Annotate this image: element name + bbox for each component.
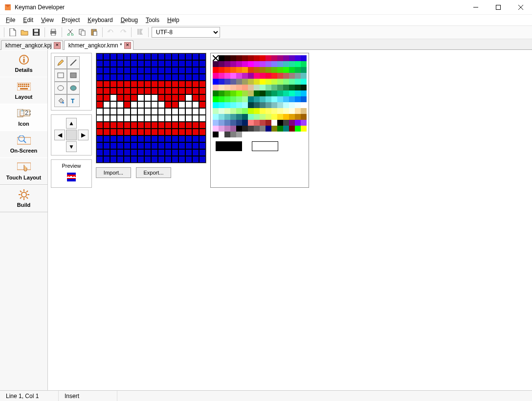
pixel[interactable] (103, 122, 110, 129)
palette-color[interactable] (242, 120, 248, 126)
menu-project[interactable]: Project (59, 16, 83, 24)
pixel[interactable] (137, 122, 144, 129)
palette-color[interactable] (295, 120, 301, 126)
palette-color[interactable] (260, 67, 266, 73)
pixel[interactable] (103, 88, 110, 94)
pixel[interactable] (165, 101, 172, 108)
palette-color[interactable] (230, 67, 236, 73)
palette-color[interactable] (254, 85, 260, 90)
palette-color[interactable] (277, 114, 283, 120)
pixel[interactable] (165, 149, 172, 156)
palette-color[interactable] (301, 73, 307, 79)
pixel[interactable] (178, 81, 185, 88)
palette-color[interactable] (248, 126, 254, 132)
palette-color[interactable] (301, 85, 307, 90)
palette-color[interactable] (289, 102, 295, 108)
palette-color[interactable] (295, 108, 301, 114)
ellipse-tool[interactable] (54, 82, 67, 94)
palette-color[interactable] (266, 96, 271, 102)
pixel[interactable] (110, 129, 117, 135)
pixel[interactable] (199, 142, 206, 149)
copy-button[interactable] (77, 27, 88, 38)
palette-color[interactable] (213, 108, 219, 114)
pixel[interactable] (117, 81, 124, 88)
palette-color[interactable] (254, 108, 260, 114)
pixel[interactable] (96, 88, 103, 94)
pixel[interactable] (144, 108, 151, 115)
palette-color[interactable] (236, 67, 242, 73)
pixel[interactable] (158, 122, 165, 129)
pixel[interactable] (158, 129, 165, 135)
pixel[interactable] (151, 60, 158, 67)
palette-color[interactable] (224, 120, 230, 126)
palette-color[interactable] (283, 90, 289, 96)
pixel[interactable] (117, 88, 124, 94)
pixel[interactable] (172, 135, 178, 142)
pixel[interactable] (117, 53, 124, 60)
pixel[interactable] (192, 53, 199, 60)
pixel[interactable] (158, 101, 165, 108)
pixel[interactable] (178, 149, 185, 156)
close-icon[interactable]: ✕ (54, 42, 61, 49)
palette-color[interactable] (219, 102, 224, 108)
pixel[interactable] (103, 74, 110, 81)
palette-color[interactable] (260, 55, 266, 61)
pixel[interactable] (172, 101, 178, 108)
pixel[interactable] (185, 135, 192, 142)
pixel[interactable] (158, 135, 165, 142)
pixel[interactable] (172, 81, 178, 88)
menu-view[interactable]: View (38, 16, 57, 24)
palette-color[interactable] (266, 73, 271, 79)
pixel[interactable] (144, 115, 151, 122)
pixel[interactable] (110, 74, 117, 81)
pixel[interactable] (131, 60, 137, 67)
pixel[interactable] (158, 156, 165, 163)
palette-color[interactable] (289, 108, 295, 114)
palette-color[interactable] (254, 114, 260, 120)
palette-color[interactable] (219, 67, 224, 73)
palette-color[interactable] (289, 55, 295, 61)
nav-layout[interactable]: Layout (0, 77, 47, 104)
palette-color[interactable] (260, 90, 266, 96)
pixel[interactable] (144, 122, 151, 129)
pixel[interactable] (165, 156, 172, 163)
palette-color[interactable] (219, 61, 224, 67)
maximize-button[interactable] (487, 0, 510, 14)
pixel[interactable] (110, 88, 117, 94)
pixel[interactable] (165, 129, 172, 135)
pixel[interactable] (137, 94, 144, 101)
palette-color[interactable] (295, 85, 301, 90)
palette-color[interactable] (230, 61, 236, 67)
palette-color[interactable] (283, 85, 289, 90)
palette-color[interactable] (260, 114, 266, 120)
palette-color[interactable] (283, 102, 289, 108)
palette-color[interactable] (219, 108, 224, 114)
palette-color[interactable] (224, 108, 230, 114)
palette-color[interactable] (260, 126, 266, 132)
encoding-select[interactable]: UTF-8 (152, 27, 220, 38)
move-left[interactable]: ◀ (54, 130, 65, 140)
menu-debug[interactable]: Debug (118, 16, 141, 24)
pixel[interactable] (110, 149, 117, 156)
pixel[interactable] (144, 67, 151, 74)
pixel[interactable] (110, 115, 117, 122)
pixel[interactable] (192, 101, 199, 108)
pixel[interactable] (137, 115, 144, 122)
palette-color[interactable] (219, 55, 224, 61)
palette-color[interactable] (242, 61, 248, 67)
palette-color[interactable] (301, 114, 307, 120)
palette-color[interactable] (248, 79, 254, 85)
pixel[interactable] (178, 53, 185, 60)
pixel[interactable] (178, 67, 185, 74)
pixel[interactable] (96, 53, 103, 60)
print-button[interactable] (48, 27, 59, 38)
foreground-color[interactable] (216, 141, 242, 151)
pixel[interactable] (137, 149, 144, 156)
palette-color[interactable] (266, 67, 271, 73)
pixel[interactable] (185, 122, 192, 129)
tab-kpj[interactable]: khmer_angkor.kpj ✕ (1, 40, 63, 50)
pixel[interactable] (151, 156, 158, 163)
palette-color[interactable] (219, 120, 224, 126)
palette-color[interactable] (219, 132, 224, 137)
pixel[interactable] (124, 149, 131, 156)
